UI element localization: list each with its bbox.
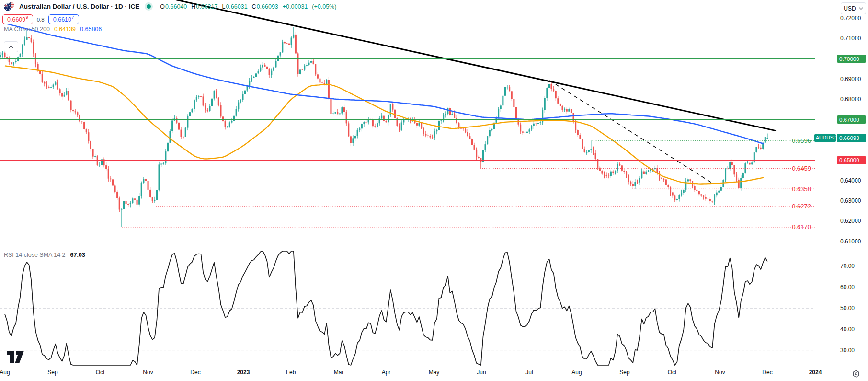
rsi-legend[interactable]: RSI 14 close SMA 14 2 67.03	[4, 252, 85, 258]
candles-layer	[0, 27, 768, 227]
descending-trendline[interactable]	[176, 0, 776, 131]
price-tick-label: 0.71000	[840, 35, 861, 42]
price-tick-label: 0.64000	[840, 177, 861, 184]
time-tick-label: Nov	[143, 369, 153, 376]
dashed-trendline[interactable]	[549, 81, 712, 184]
sell-price: 0.66099	[7, 15, 28, 23]
time-tick-label: Sep	[47, 369, 58, 376]
time-tick-label: Feb	[286, 369, 296, 376]
ma50-line	[5, 66, 764, 184]
rsi-pane-layer	[0, 251, 815, 365]
time-tick-label: Dec	[762, 369, 772, 376]
rsi-tick-label: 50.00	[840, 305, 855, 312]
price-tick-label: 0.69000	[840, 76, 861, 82]
collapse-pane-button[interactable]	[4, 41, 18, 52]
currency-dropdown[interactable]: USD	[841, 2, 866, 14]
symbol-title: Australian Dollar / U.S. Dollar · 1D · I…	[19, 3, 139, 10]
high-label: H	[191, 3, 195, 10]
svg-text:0.65000: 0.65000	[839, 157, 859, 163]
high-value: 0.66317	[196, 3, 217, 10]
open-value: 0.66040	[165, 3, 187, 10]
rsi-tick-label: 60.00	[840, 284, 855, 290]
time-tick-label: 2024	[809, 369, 822, 376]
market-open-dot-icon	[147, 4, 151, 9]
chevron-down-icon	[859, 7, 863, 10]
time-tick-label: Nov	[715, 369, 725, 376]
ma200-line	[5, 23, 764, 144]
spread-value: 0.8	[37, 17, 45, 23]
ma-cross-label: MA Cross 50 200	[4, 26, 50, 33]
price-axis[interactable]: 0.720000.710000.690000.680000.640000.630…	[814, 15, 866, 354]
level-label: 0.6596	[792, 137, 811, 144]
pane-separators	[0, 0, 868, 381]
change-value: +0.00031	[283, 3, 308, 10]
time-tick-label: Sep	[619, 369, 630, 376]
time-tick-label: May	[429, 369, 440, 376]
ohlc-readout: O0.66040 H0.66317 L0.66031 C0.66093 +0.0…	[160, 3, 336, 10]
ma50-value: 0.64139	[54, 26, 76, 33]
rsi-tick-label: 70.00	[840, 263, 855, 269]
ma200-value: 0.65806	[80, 26, 102, 33]
time-tick-label: 2023	[237, 369, 250, 376]
timezone-settings-icon[interactable]	[851, 369, 861, 379]
time-tick-label: Jun	[477, 369, 486, 376]
trading-chart-page: { "header": { "title": "Australian Dolla…	[0, 0, 868, 381]
open-label: O	[160, 3, 165, 10]
close-value: 0.66093	[257, 3, 278, 10]
svg-text:0.66093: 0.66093	[839, 135, 859, 141]
buy-button[interactable]: 0.66107	[48, 14, 79, 24]
tradingview-logo-icon[interactable]	[7, 350, 29, 363]
time-axis[interactable]: AugSepOctNovDec2023FebMarAprMayJunJulAug…	[0, 369, 822, 376]
rsi-value: 67.03	[70, 252, 85, 258]
svg-text:0.67000: 0.67000	[839, 117, 859, 123]
symbol-header: Australian Dollar / U.S. Dollar · 1D · I…	[4, 2, 336, 11]
svg-text:0.70000: 0.70000	[839, 56, 859, 62]
chevron-up-icon	[8, 45, 14, 49]
sell-button[interactable]: 0.66099	[2, 14, 33, 24]
time-tick-label: Aug	[0, 369, 10, 376]
currency-label: USD	[844, 5, 856, 12]
time-tick-label: Oct	[96, 369, 105, 376]
level-label: 0.6170	[792, 223, 811, 231]
price-tick-label: 0.61000	[840, 238, 861, 245]
price-levels-layer: 0.65960.64590.63580.62720.6170	[0, 59, 815, 231]
audusd-pair-flag-icon	[4, 2, 15, 11]
svg-text:AUDUSD: AUDUSD	[816, 135, 837, 140]
time-tick-label: Mar	[334, 369, 344, 376]
rsi-label: RSI 14 close SMA 14 2	[4, 252, 66, 258]
low-label: L	[222, 3, 225, 10]
level-label: 0.6272	[792, 203, 811, 210]
price-tick-label: 0.62000	[840, 218, 861, 224]
time-tick-label: Aug	[571, 369, 582, 376]
rsi-tick-label: 40.00	[840, 326, 855, 333]
rsi-tick-label: 30.00	[840, 347, 855, 354]
buy-price: 0.66107	[53, 15, 74, 23]
price-tick-label: 0.72000	[840, 15, 861, 22]
price-chart-canvas[interactable]: 0.65960.64590.63580.62720.61700.720000.7…	[0, 0, 868, 381]
quote-buttons: 0.66099 0.8 0.66107	[2, 14, 79, 24]
time-tick-label: Apr	[382, 369, 391, 376]
change-percent: (+0.05%)	[312, 3, 336, 10]
price-tick-label: 0.68000	[840, 96, 861, 103]
close-label: C	[252, 3, 256, 10]
low-value: 0.66031	[226, 3, 247, 10]
level-label: 0.6459	[792, 165, 811, 172]
time-tick-label: Dec	[190, 369, 200, 376]
time-tick-label: Oct	[668, 369, 677, 376]
level-label: 0.6358	[792, 185, 811, 193]
ma-cross-legend[interactable]: MA Cross 50 200 0.64139 0.65806	[4, 26, 102, 33]
price-tick-label: 0.63000	[840, 197, 861, 204]
time-tick-label: Jul	[525, 369, 533, 376]
